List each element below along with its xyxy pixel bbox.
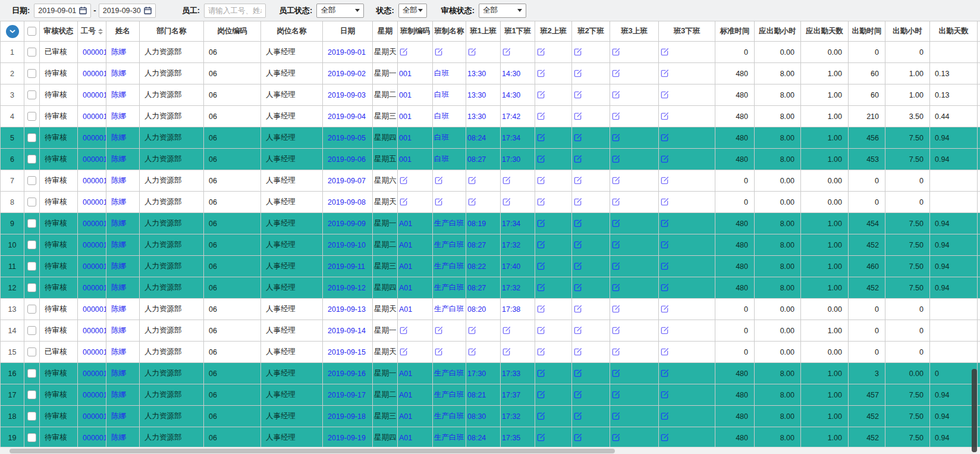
- date-link[interactable]: 2019-09-17: [328, 391, 366, 399]
- edit-icon[interactable]: [573, 305, 582, 314]
- name-link[interactable]: 陈娜: [111, 412, 126, 420]
- name-link[interactable]: 陈娜: [111, 69, 126, 77]
- employee-search-input[interactable]: [204, 4, 266, 18]
- s1_out-link[interactable]: 14:30: [502, 70, 520, 78]
- date-link[interactable]: 2019-09-06: [328, 155, 366, 164]
- s1_in-link[interactable]: 17:30: [467, 370, 486, 378]
- edit-icon[interactable]: [536, 240, 545, 249]
- edit-icon[interactable]: [536, 262, 545, 271]
- shift_name-link[interactable]: 白班: [434, 155, 449, 163]
- shift_code-link[interactable]: A01: [399, 241, 412, 249]
- edit-icon[interactable]: [573, 283, 582, 292]
- edit-icon[interactable]: [434, 326, 443, 335]
- edit-icon[interactable]: [536, 283, 545, 292]
- date-link[interactable]: 2019-09-05: [328, 134, 366, 142]
- s1_in-link[interactable]: 08:27: [467, 241, 486, 249]
- shift_code-link[interactable]: A01: [399, 434, 412, 442]
- row-checkbox[interactable]: [27, 326, 36, 335]
- emp_no-link[interactable]: 000001: [83, 434, 106, 442]
- edit-icon[interactable]: [536, 369, 545, 378]
- name-link[interactable]: 陈娜: [111, 326, 126, 334]
- edit-icon[interactable]: [573, 219, 582, 228]
- row-checkbox[interactable]: [27, 90, 36, 99]
- name-link[interactable]: 陈娜: [111, 262, 126, 270]
- edit-icon[interactable]: [611, 155, 620, 164]
- s1_out-link[interactable]: 17:34: [502, 134, 520, 142]
- edit-icon[interactable]: [502, 326, 511, 335]
- name-link[interactable]: 陈娜: [111, 112, 126, 120]
- edit-icon[interactable]: [573, 240, 582, 249]
- edit-icon[interactable]: [434, 347, 443, 356]
- select-all-checkbox[interactable]: [27, 27, 36, 36]
- row-checkbox[interactable]: [27, 69, 36, 78]
- edit-icon[interactable]: [611, 112, 620, 121]
- edit-icon[interactable]: [660, 69, 669, 78]
- s1_out-link[interactable]: 17:42: [502, 112, 520, 121]
- edit-icon[interactable]: [611, 133, 620, 142]
- date-link[interactable]: 2019-09-16: [328, 370, 366, 378]
- s1_in-link[interactable]: 08:27: [467, 284, 486, 292]
- edit-icon[interactable]: [660, 347, 669, 356]
- shift_name-link[interactable]: 生产白班: [434, 240, 464, 249]
- emp_no-link[interactable]: 000001: [83, 412, 106, 421]
- edit-icon[interactable]: [611, 90, 620, 99]
- edit-icon[interactable]: [611, 198, 620, 206]
- edit-icon[interactable]: [573, 112, 582, 121]
- emp_no-link[interactable]: 000001: [83, 48, 106, 57]
- s1_out-link[interactable]: 17:40: [502, 262, 520, 271]
- edit-icon[interactable]: [660, 433, 669, 442]
- shift_name-link[interactable]: 生产白班: [434, 369, 464, 377]
- emp_no-link[interactable]: 000001: [83, 284, 106, 292]
- edit-icon[interactable]: [611, 305, 620, 314]
- edit-icon[interactable]: [611, 390, 620, 399]
- date-link[interactable]: 2019-09-14: [328, 327, 366, 335]
- edit-icon[interactable]: [434, 176, 443, 185]
- shift_code-link[interactable]: 001: [399, 134, 412, 142]
- edit-icon[interactable]: [660, 155, 669, 164]
- s1_in-link[interactable]: 08:22: [467, 262, 486, 271]
- emp_no-link[interactable]: 000001: [83, 70, 106, 78]
- row-checkbox[interactable]: [27, 390, 36, 399]
- edit-icon[interactable]: [611, 219, 620, 228]
- edit-icon[interactable]: [573, 198, 582, 206]
- s1_out-link[interactable]: 17:32: [502, 284, 520, 292]
- edit-icon[interactable]: [660, 133, 669, 142]
- edit-icon[interactable]: [536, 176, 545, 185]
- edit-icon[interactable]: [573, 390, 582, 399]
- s1_in-link[interactable]: 08:20: [467, 305, 486, 314]
- s1_out-link[interactable]: 17:38: [502, 305, 520, 314]
- edit-icon[interactable]: [611, 69, 620, 78]
- name-link[interactable]: 陈娜: [111, 433, 126, 442]
- emp_no-link[interactable]: 000001: [83, 241, 106, 249]
- edit-icon[interactable]: [660, 219, 669, 228]
- emp_no-link[interactable]: 000001: [83, 155, 106, 164]
- emp_no-link[interactable]: 000001: [83, 391, 106, 399]
- date-link[interactable]: 2019-09-19: [328, 434, 366, 442]
- s1_in-link[interactable]: 13:30: [467, 112, 486, 121]
- edit-icon[interactable]: [467, 326, 476, 335]
- row-checkbox[interactable]: [27, 347, 36, 356]
- edit-icon[interactable]: [611, 48, 620, 57]
- edit-icon[interactable]: [573, 69, 582, 78]
- edit-icon[interactable]: [573, 155, 582, 164]
- emp_no-link[interactable]: 000001: [83, 348, 106, 356]
- row-checkbox[interactable]: [27, 176, 36, 185]
- s1_out-link[interactable]: 17:32: [502, 412, 520, 421]
- name-link[interactable]: 陈娜: [111, 305, 126, 313]
- edit-icon[interactable]: [573, 90, 582, 99]
- row-checkbox[interactable]: [27, 219, 36, 228]
- s1_in-link[interactable]: 08:21: [467, 391, 486, 399]
- edit-icon[interactable]: [536, 347, 545, 356]
- name-link[interactable]: 陈娜: [111, 283, 126, 292]
- name-link[interactable]: 陈娜: [111, 176, 126, 184]
- shift_name-link[interactable]: 生产白班: [434, 283, 464, 292]
- emp_no-link[interactable]: 000001: [83, 327, 106, 335]
- name-link[interactable]: 陈娜: [111, 369, 126, 377]
- date-link[interactable]: 2019-09-01: [328, 48, 366, 57]
- edit-icon[interactable]: [573, 133, 582, 142]
- date-link[interactable]: 2019-09-18: [328, 412, 366, 421]
- edit-icon[interactable]: [536, 198, 545, 206]
- edit-icon[interactable]: [660, 326, 669, 335]
- shift_name-link[interactable]: 白班: [434, 69, 449, 77]
- edit-icon[interactable]: [611, 326, 620, 335]
